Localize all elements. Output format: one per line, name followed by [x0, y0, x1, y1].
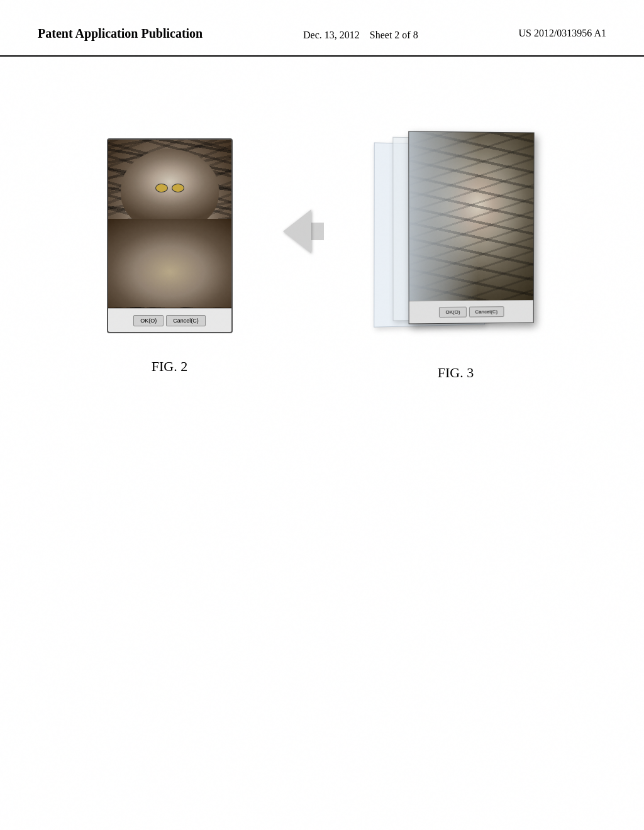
fig2-cancel-button[interactable]: Cancel(C): [166, 315, 206, 326]
arrow-container: [283, 209, 324, 253]
fig3-tiger-image: [409, 132, 533, 324]
fig2-phone-frame: OK(O) Cancel(C): [107, 138, 233, 333]
header-date: Dec. 13, 2012: [303, 30, 360, 40]
fig3-layer-front: OK(O) Cancel(C): [408, 131, 534, 324]
header-patent-number: US 2012/0313956 A1: [518, 25, 606, 39]
fig3-label: FIG. 3: [438, 365, 474, 381]
fig3-layered-display: OK(O) Cancel(C): [374, 132, 538, 340]
arrow-left-icon: [283, 209, 311, 253]
fig3-ok-button[interactable]: OK(O): [439, 307, 466, 318]
header-sheet: Sheet 2 of 8: [370, 30, 418, 40]
main-content: OK(O) Cancel(C) FIG. 2 OK(O) Cancel(C): [0, 57, 644, 419]
fig3-cancel-button[interactable]: Cancel(C): [469, 306, 504, 317]
document-header: Patent Application Publication Dec. 13, …: [0, 0, 644, 57]
fig2-tiger-body: [108, 219, 231, 307]
fig3-container: OK(O) Cancel(C) FIG. 3: [374, 132, 538, 381]
fig2-tiger-image: [108, 140, 231, 332]
fig2-tiger-eye-left: [155, 184, 168, 192]
header-publication-title: Patent Application Publication: [38, 25, 203, 42]
arrow-body: [311, 223, 324, 240]
header-meta: Dec. 13, 2012 Sheet 2 of 8: [303, 25, 418, 43]
fig3-tiger-fade: [409, 132, 478, 324]
fig2-ok-button[interactable]: OK(O): [133, 315, 164, 326]
fig2-phone-buttons: OK(O) Cancel(C): [108, 308, 231, 332]
fig3-phone-buttons: OK(O) Cancel(C): [409, 300, 533, 324]
fig2-container: OK(O) Cancel(C) FIG. 2: [107, 138, 233, 375]
fig2-tiger-eye-right: [172, 184, 184, 192]
fig2-label: FIG. 2: [152, 358, 187, 375]
